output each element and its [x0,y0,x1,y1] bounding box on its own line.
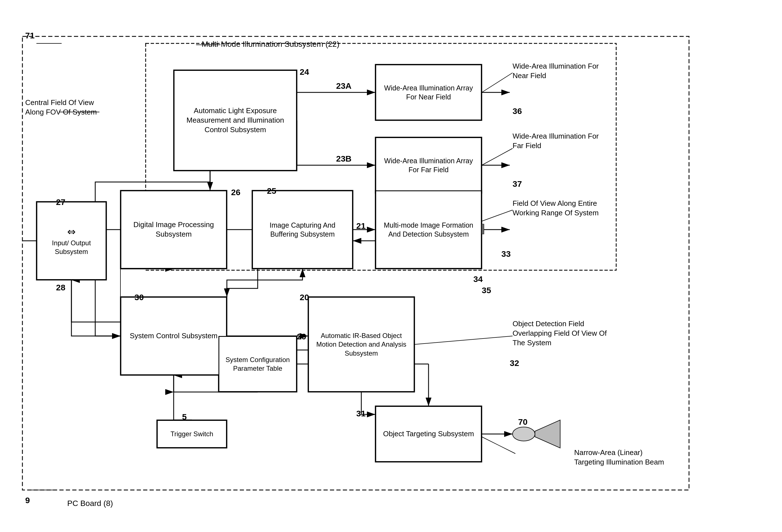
multi-mode-image-label: Multi-mode Image Formation And Detection… [379,221,478,239]
ref-21: 21 [356,221,365,231]
trigger-switch-box: Trigger Switch [157,420,227,448]
ref-27: 27 [56,197,65,207]
image-capturing-label: Image Capturing And Buffering Subsystem [256,221,349,239]
ref-25: 25 [267,186,276,196]
ref-24: 24 [300,67,309,77]
object-targeting-box: Object Targeting Subsystem [375,406,482,462]
ref-28: 28 [56,283,65,292]
multi-mode-illumination-label: Multi-Mode Illumination Subsystem (22) [202,39,340,49]
multi-mode-image-box: Multi-mode Image Formation And Detection… [375,190,482,269]
system-control-label: System Control Subsystem [130,331,218,341]
trigger-switch-label: Trigger Switch [171,429,213,438]
ref-5: 5 [182,412,187,422]
central-fov-label: Central Field Of View Along FOV Of Syste… [25,98,104,117]
image-capturing-box: Image Capturing And Buffering Subsystem [252,190,353,269]
svg-line-44 [482,73,512,92]
ref-36: 36 [512,106,522,116]
svg-point-53 [512,427,535,441]
ref-29: 29 [297,332,306,341]
ref-31: 31 [356,409,365,418]
narrow-area-label: Narrow-Area (Linear) Targeting Illuminat… [574,448,669,467]
auto-ir-label: Automatic IR-Based Object Motion Detecti… [312,331,411,357]
wide-area-far-box: Wide-Area Illumination Array For Far Fie… [375,137,482,193]
digital-image-label: Digital Image Processing Subsystem [124,220,223,239]
ref-23b: 23B [336,154,352,163]
wide-area-far-field-label: Wide-Area Illumination For Far Field [512,131,605,151]
svg-marker-54 [535,420,560,448]
ref-35: 35 [482,286,491,295]
input-output-label: Input/ Output Subsystem [52,239,91,255]
wide-area-far-label: Wide-Area Illumination Array For Far Fie… [379,156,478,175]
object-targeting-label: Object Targeting Subsystem [383,429,474,439]
svg-line-47 [415,336,512,344]
ref-71: 71 [25,31,34,40]
svg-line-45 [482,148,512,165]
system-control-box: System Control Subsystem [120,297,227,375]
wide-area-near-label: Wide-Area Illumination Array For Near Fi… [379,83,478,102]
pc-board-label: PC Board (8) [67,498,113,508]
svg-line-46 [482,210,512,221]
system-config-box: System Configuration Parameter Table [218,336,297,392]
ref-33: 33 [501,249,510,259]
wide-area-near-field-label: Wide-Area Illumination For Near Field [512,62,605,81]
diagram-container: Automatic Light Exposure Measurement and… [0,0,782,532]
digital-image-box: Digital Image Processing Subsystem [120,190,227,269]
ref-37: 37 [512,179,522,189]
ref-9: 9 [25,496,30,505]
field-of-view-label: Field Of View Along Entire Working Range… [512,199,605,218]
ref-20: 20 [300,293,309,302]
ref-23a: 23A [336,81,352,91]
ref-26: 26 [231,188,240,197]
input-output-box: ⇔ Input/ Output Subsystem [36,201,106,280]
system-config-label: System Configuration Parameter Table [222,355,293,373]
auto-light-label: Automatic Light Exposure Measurement and… [177,106,293,135]
ref-32: 32 [510,358,519,368]
ref-30: 30 [135,293,144,302]
auto-light-box: Automatic Light Exposure Measurement and… [174,70,297,171]
object-detection-label: Object Detection Field Overlapping Field… [512,319,608,347]
auto-ir-box: Automatic IR-Based Object Motion Detecti… [308,297,415,392]
ref-70: 70 [518,417,527,427]
wide-area-near-box: Wide-Area Illumination Array For Near Fi… [375,65,482,120]
svg-line-48 [482,437,516,454]
ref-34: 34 [473,274,483,284]
